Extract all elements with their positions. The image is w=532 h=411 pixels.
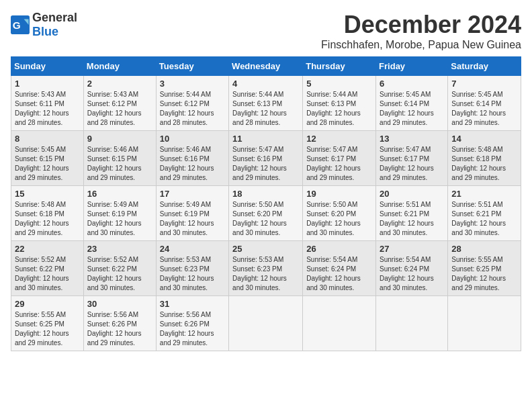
day-info: Sunrise: 5:54 AMSunset: 6:24 PMDaylight:… bbox=[380, 255, 444, 293]
day-number: 19 bbox=[306, 189, 372, 199]
calendar-cell: 13Sunrise: 5:47 AMSunset: 6:17 PMDayligh… bbox=[376, 131, 448, 186]
calendar-cell: 21Sunrise: 5:51 AMSunset: 6:21 PMDayligh… bbox=[448, 186, 521, 241]
day-of-week-sunday: Sunday bbox=[11, 57, 84, 76]
title-block: December 2024 Finschhafen, Morobe, Papua… bbox=[321, 11, 521, 51]
day-info: Sunrise: 5:43 AMSunset: 6:12 PMDaylight:… bbox=[87, 90, 152, 128]
calendar-week-row: 29Sunrise: 5:55 AMSunset: 6:25 PMDayligh… bbox=[11, 296, 521, 351]
calendar-cell: 17Sunrise: 5:49 AMSunset: 6:19 PMDayligh… bbox=[156, 186, 228, 241]
day-number: 28 bbox=[451, 244, 517, 254]
calendar-cell bbox=[448, 296, 521, 351]
day-number: 3 bbox=[160, 79, 225, 89]
day-info: Sunrise: 5:46 AMSunset: 6:16 PMDaylight:… bbox=[160, 145, 225, 183]
calendar-week-row: 1Sunrise: 5:43 AMSunset: 6:11 PMDaylight… bbox=[11, 76, 521, 131]
calendar-cell bbox=[229, 296, 303, 351]
calendar-cell: 6Sunrise: 5:45 AMSunset: 6:14 PMDaylight… bbox=[376, 76, 448, 131]
calendar-cell: 9Sunrise: 5:46 AMSunset: 6:15 PMDaylight… bbox=[83, 131, 156, 186]
day-info: Sunrise: 5:45 AMSunset: 6:15 PMDaylight:… bbox=[15, 145, 80, 183]
day-info: Sunrise: 5:56 AMSunset: 6:26 PMDaylight:… bbox=[87, 310, 152, 348]
day-info: Sunrise: 5:51 AMSunset: 6:21 PMDaylight:… bbox=[380, 200, 444, 238]
day-number: 2 bbox=[87, 79, 152, 89]
day-number: 27 bbox=[380, 244, 444, 254]
calendar-cell: 28Sunrise: 5:55 AMSunset: 6:25 PMDayligh… bbox=[448, 241, 521, 296]
day-number: 30 bbox=[87, 299, 152, 309]
day-number: 24 bbox=[160, 244, 225, 254]
day-info: Sunrise: 5:52 AMSunset: 6:22 PMDaylight:… bbox=[87, 255, 152, 293]
day-number: 25 bbox=[232, 244, 299, 254]
day-of-week-thursday: Thursday bbox=[303, 57, 376, 76]
day-of-week-saturday: Saturday bbox=[448, 57, 521, 76]
calendar-cell: 23Sunrise: 5:52 AMSunset: 6:22 PMDayligh… bbox=[83, 241, 156, 296]
day-info: Sunrise: 5:48 AMSunset: 6:18 PMDaylight:… bbox=[15, 200, 80, 238]
day-number: 7 bbox=[451, 79, 517, 89]
calendar-cell: 8Sunrise: 5:45 AMSunset: 6:15 PMDaylight… bbox=[11, 131, 84, 186]
day-info: Sunrise: 5:50 AMSunset: 6:20 PMDaylight:… bbox=[306, 200, 372, 238]
calendar-cell: 1Sunrise: 5:43 AMSunset: 6:11 PMDaylight… bbox=[11, 76, 84, 131]
day-info: Sunrise: 5:50 AMSunset: 6:20 PMDaylight:… bbox=[232, 200, 299, 238]
calendar-cell bbox=[376, 296, 448, 351]
day-of-week-wednesday: Wednesday bbox=[229, 57, 303, 76]
day-number: 5 bbox=[306, 79, 372, 89]
logo-general: General bbox=[32, 11, 77, 24]
calendar-cell: 29Sunrise: 5:55 AMSunset: 6:25 PMDayligh… bbox=[11, 296, 84, 351]
day-number: 11 bbox=[232, 134, 299, 144]
logo-icon: G bbox=[11, 15, 30, 34]
day-info: Sunrise: 5:49 AMSunset: 6:19 PMDaylight:… bbox=[160, 200, 225, 238]
logo-blue: Blue bbox=[32, 25, 58, 38]
calendar-cell: 22Sunrise: 5:52 AMSunset: 6:22 PMDayligh… bbox=[11, 241, 84, 296]
day-number: 26 bbox=[306, 244, 372, 254]
day-number: 31 bbox=[160, 299, 225, 309]
day-number: 4 bbox=[232, 79, 299, 89]
day-number: 9 bbox=[87, 134, 152, 144]
calendar-cell: 20Sunrise: 5:51 AMSunset: 6:21 PMDayligh… bbox=[376, 186, 448, 241]
day-info: Sunrise: 5:52 AMSunset: 6:22 PMDaylight:… bbox=[15, 255, 80, 293]
calendar-cell: 12Sunrise: 5:47 AMSunset: 6:17 PMDayligh… bbox=[303, 131, 376, 186]
day-info: Sunrise: 5:45 AMSunset: 6:14 PMDaylight:… bbox=[451, 90, 517, 128]
day-info: Sunrise: 5:51 AMSunset: 6:21 PMDaylight:… bbox=[451, 200, 517, 238]
day-number: 22 bbox=[15, 244, 80, 254]
day-number: 12 bbox=[306, 134, 372, 144]
calendar-cell: 7Sunrise: 5:45 AMSunset: 6:14 PMDaylight… bbox=[448, 76, 521, 131]
day-number: 21 bbox=[451, 189, 517, 199]
day-number: 20 bbox=[380, 189, 444, 199]
calendar-cell: 30Sunrise: 5:56 AMSunset: 6:26 PMDayligh… bbox=[83, 296, 156, 351]
calendar-cell: 27Sunrise: 5:54 AMSunset: 6:24 PMDayligh… bbox=[376, 241, 448, 296]
calendar-cell: 4Sunrise: 5:44 AMSunset: 6:13 PMDaylight… bbox=[229, 76, 303, 131]
calendar-cell: 31Sunrise: 5:56 AMSunset: 6:26 PMDayligh… bbox=[156, 296, 228, 351]
day-info: Sunrise: 5:47 AMSunset: 6:17 PMDaylight:… bbox=[380, 145, 444, 183]
calendar-cell: 24Sunrise: 5:53 AMSunset: 6:23 PMDayligh… bbox=[156, 241, 228, 296]
day-info: Sunrise: 5:44 AMSunset: 6:13 PMDaylight:… bbox=[232, 90, 299, 128]
calendar-cell: 10Sunrise: 5:46 AMSunset: 6:16 PMDayligh… bbox=[156, 131, 228, 186]
day-number: 23 bbox=[87, 244, 152, 254]
calendar-header-row: SundayMondayTuesdayWednesdayThursdayFrid… bbox=[11, 57, 521, 76]
day-number: 8 bbox=[15, 134, 80, 144]
calendar-cell bbox=[303, 296, 376, 351]
day-number: 15 bbox=[15, 189, 80, 199]
day-number: 1 bbox=[15, 79, 80, 89]
day-info: Sunrise: 5:48 AMSunset: 6:18 PMDaylight:… bbox=[451, 145, 517, 183]
day-info: Sunrise: 5:46 AMSunset: 6:15 PMDaylight:… bbox=[87, 145, 152, 183]
day-number: 29 bbox=[15, 299, 80, 309]
day-info: Sunrise: 5:45 AMSunset: 6:14 PMDaylight:… bbox=[380, 90, 444, 128]
day-info: Sunrise: 5:44 AMSunset: 6:12 PMDaylight:… bbox=[160, 90, 225, 128]
day-of-week-friday: Friday bbox=[376, 57, 448, 76]
day-info: Sunrise: 5:56 AMSunset: 6:26 PMDaylight:… bbox=[160, 310, 225, 348]
calendar-cell: 19Sunrise: 5:50 AMSunset: 6:20 PMDayligh… bbox=[303, 186, 376, 241]
day-info: Sunrise: 5:44 AMSunset: 6:13 PMDaylight:… bbox=[306, 90, 372, 128]
logo-text: General Blue bbox=[32, 11, 77, 39]
day-info: Sunrise: 5:49 AMSunset: 6:19 PMDaylight:… bbox=[87, 200, 152, 238]
calendar: SundayMondayTuesdayWednesdayThursdayFrid… bbox=[11, 56, 521, 351]
calendar-cell: 14Sunrise: 5:48 AMSunset: 6:18 PMDayligh… bbox=[448, 131, 521, 186]
logo: G General Blue bbox=[11, 11, 77, 39]
location-title: Finschhafen, Morobe, Papua New Guinea bbox=[321, 39, 521, 51]
day-info: Sunrise: 5:43 AMSunset: 6:11 PMDaylight:… bbox=[15, 90, 80, 128]
day-number: 13 bbox=[380, 134, 444, 144]
calendar-cell: 15Sunrise: 5:48 AMSunset: 6:18 PMDayligh… bbox=[11, 186, 84, 241]
month-title: December 2024 bbox=[321, 11, 521, 39]
calendar-week-row: 22Sunrise: 5:52 AMSunset: 6:22 PMDayligh… bbox=[11, 241, 521, 296]
calendar-cell: 25Sunrise: 5:53 AMSunset: 6:23 PMDayligh… bbox=[229, 241, 303, 296]
day-info: Sunrise: 5:53 AMSunset: 6:23 PMDaylight:… bbox=[232, 255, 299, 293]
calendar-cell: 5Sunrise: 5:44 AMSunset: 6:13 PMDaylight… bbox=[303, 76, 376, 131]
calendar-cell: 11Sunrise: 5:47 AMSunset: 6:16 PMDayligh… bbox=[229, 131, 303, 186]
calendar-cell: 16Sunrise: 5:49 AMSunset: 6:19 PMDayligh… bbox=[83, 186, 156, 241]
day-number: 6 bbox=[380, 79, 444, 89]
